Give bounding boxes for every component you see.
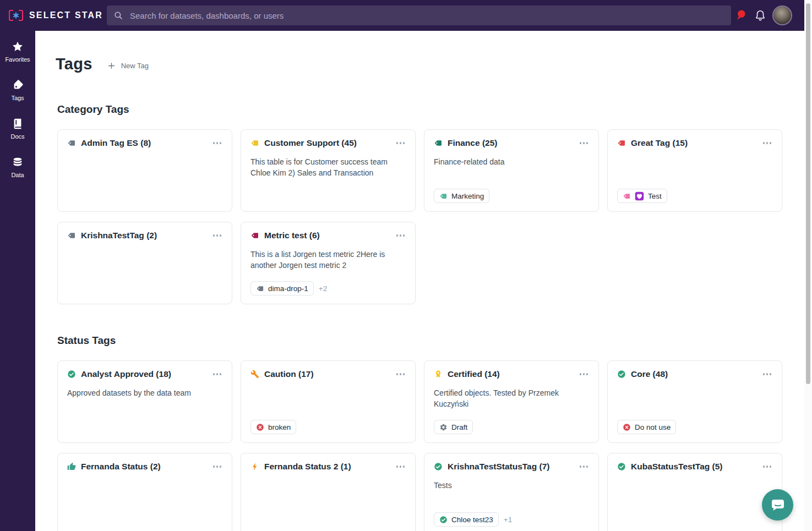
scrollbar-thumb[interactable] xyxy=(806,3,810,384)
chip-label: broken xyxy=(268,423,291,431)
tag-card-title: Great Tag (15) xyxy=(631,138,757,148)
subtag-chip-test[interactable]: Test xyxy=(617,189,667,203)
status-tags-grid: Analyst Approved (18) Approved datasets … xyxy=(57,360,804,531)
alert-pin-icon[interactable] xyxy=(735,9,747,22)
tag-icon xyxy=(12,79,24,91)
tag-card-finance[interactable]: Finance (25) Finance-related data Market… xyxy=(424,129,599,212)
tag-card-metric-test[interactable]: Metric test (6) This is a list Jorgen te… xyxy=(241,222,416,304)
tag-card-fernanda-status[interactable]: Fernanda Status (2) xyxy=(57,453,232,531)
tag-card-title: Metric test (6) xyxy=(264,231,390,240)
search-input[interactable] xyxy=(129,10,724,21)
section-title-status-tags: Status Tags xyxy=(57,335,804,347)
tag-card-kubastatustesttag[interactable]: KubaStatusTestTag (5) xyxy=(607,453,782,531)
more-menu-icon[interactable] xyxy=(579,139,590,147)
user-avatar[interactable] xyxy=(773,7,791,24)
more-menu-icon[interactable] xyxy=(395,139,406,147)
tag-card-description: Finance-related data xyxy=(434,156,589,167)
more-menu-icon[interactable] xyxy=(395,463,406,470)
tag-card-caution[interactable]: Caution (17) broken xyxy=(241,360,416,443)
plus-icon xyxy=(107,61,116,70)
x-circle-icon xyxy=(256,423,264,431)
tag-card-title: Fernanda Status (2) xyxy=(81,462,207,472)
more-menu-icon[interactable] xyxy=(762,463,773,470)
bolt-icon xyxy=(250,462,259,471)
sidebar-item-favorites[interactable]: Favorites xyxy=(0,39,35,77)
tag-icon xyxy=(250,231,259,240)
tag-card-fernanda-status-2[interactable]: Fernanda Status 2 (1) xyxy=(241,453,416,531)
page-title: Tags xyxy=(56,55,92,73)
tag-icon xyxy=(67,139,76,147)
more-menu-icon[interactable] xyxy=(212,463,223,470)
chat-launcher-button[interactable] xyxy=(762,489,793,521)
more-menu-icon[interactable] xyxy=(762,370,773,378)
thumb-up-icon xyxy=(67,462,76,471)
check-circle-icon xyxy=(439,516,448,524)
tag-card-great-tag[interactable]: Great Tag (15) Test xyxy=(607,129,782,212)
tag-card-analyst-approved[interactable]: Analyst Approved (18) Approved datasets … xyxy=(57,360,232,443)
tag-card-certified[interactable]: Certified (14) Certified objects. Tested… xyxy=(424,360,599,443)
new-tag-button[interactable]: New Tag xyxy=(107,61,149,70)
tag-card-title: Admin Tag ES (8) xyxy=(81,138,207,148)
chip-label: dima-drop-1 xyxy=(268,284,308,293)
more-menu-icon[interactable] xyxy=(395,232,406,239)
category-tags-grid: Admin Tag ES (8) Customer Support (45) T… xyxy=(57,129,804,304)
more-menu-icon[interactable] xyxy=(212,232,223,239)
tag-card-title: Analyst Approved (18) xyxy=(81,369,207,379)
subtag-chip-broken[interactable]: broken xyxy=(250,420,296,434)
tag-card-krishnateststatustag[interactable]: KrishnaTestStatusTag (7) Tests Chloe tes… xyxy=(424,453,599,531)
vertical-scrollbar[interactable] xyxy=(804,0,812,531)
tag-card-description: Tests xyxy=(434,480,589,491)
sidebar-item-tags[interactable]: Tags xyxy=(0,77,35,116)
tag-icon xyxy=(67,231,76,240)
sidebar-item-docs[interactable]: Docs xyxy=(0,116,35,154)
book-icon xyxy=(12,118,24,130)
tag-card-description: Certified objects. Tested by Przemek Kuc… xyxy=(434,387,589,409)
section-title-category-tags: Category Tags xyxy=(57,103,804,116)
tag-icon xyxy=(434,139,443,147)
more-menu-icon[interactable] xyxy=(212,370,223,378)
more-menu-icon[interactable] xyxy=(395,370,406,378)
tag-card-title: Caution (17) xyxy=(264,369,390,379)
check-circle-icon xyxy=(67,370,76,379)
more-menu-icon[interactable] xyxy=(212,139,223,147)
top-navbar: SELECT STAR xyxy=(0,0,804,31)
sidebar-item-data[interactable]: Data xyxy=(0,154,35,193)
more-menu-icon[interactable] xyxy=(762,139,773,147)
tag-card-admin-tag-es[interactable]: Admin Tag ES (8) xyxy=(57,129,232,212)
tag-card-title: KubaStatusTestTag (5) xyxy=(631,462,757,472)
more-menu-icon[interactable] xyxy=(579,463,590,470)
tag-card-customer-support[interactable]: Customer Support (45) This table is for … xyxy=(241,129,416,212)
logo-text: SELECT STAR xyxy=(29,10,103,20)
subtag-chip-draft[interactable]: Draft xyxy=(434,420,473,434)
chip-label: Draft xyxy=(451,423,467,431)
tag-card-title: Fernanda Status 2 (1) xyxy=(264,462,390,472)
subtag-chip-do-not-use[interactable]: Do not use xyxy=(617,420,676,434)
tag-card-title: Certified (14) xyxy=(448,369,574,379)
tag-card-title: Finance (25) xyxy=(448,138,574,148)
more-menu-icon[interactable] xyxy=(579,370,590,378)
tag-card-title: KrishnaTestStatusTag (7) xyxy=(448,462,574,472)
subtag-chip-marketing[interactable]: Marketing xyxy=(434,189,489,203)
subtag-chip-chloe-test23[interactable]: Chloe test23 xyxy=(434,512,499,527)
tag-card-description: This table is for Customer success team … xyxy=(250,156,406,178)
global-search[interactable] xyxy=(107,6,731,25)
database-icon xyxy=(12,156,24,168)
tag-icon xyxy=(623,192,631,200)
chips-more-count[interactable]: +2 xyxy=(319,284,327,293)
tag-card-core[interactable]: Core (48) Do not use xyxy=(607,360,782,443)
left-sidebar: Favorites Tags Docs Data xyxy=(0,31,35,531)
chip-label: Marketing xyxy=(451,192,484,200)
chat-bubble-icon xyxy=(770,497,786,513)
tag-card-description: Approved datasets by the data team xyxy=(67,387,222,398)
logo-mark-icon xyxy=(9,9,23,22)
sidebar-label: Tags xyxy=(11,95,24,101)
check-circle-icon xyxy=(617,370,626,379)
select-star-logo[interactable]: SELECT STAR xyxy=(0,9,100,22)
main-content: Tags New Tag Category Tags Admin Tag ES … xyxy=(35,31,804,531)
subtag-chip-dima-drop-1[interactable]: dima-drop-1 xyxy=(250,281,314,295)
sidebar-label: Docs xyxy=(10,133,24,140)
chip-label: Test xyxy=(648,192,662,200)
bell-icon[interactable] xyxy=(754,9,766,22)
chips-more-count[interactable]: +1 xyxy=(504,516,512,524)
tag-card-krishnatesttag[interactable]: KrishnaTestTag (2) xyxy=(57,222,232,304)
